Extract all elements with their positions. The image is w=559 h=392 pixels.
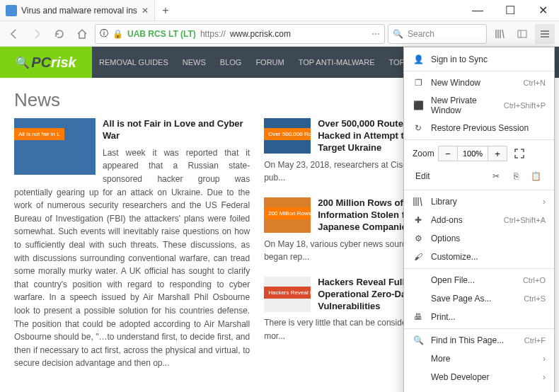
gear-icon: ⚙ (413, 234, 424, 243)
nav-item[interactable]: REMOVAL GUIDES (92, 47, 175, 78)
nav-item[interactable]: BLOG (213, 47, 249, 78)
zoom-in-button[interactable]: + (488, 146, 507, 161)
article-thumbnail[interactable]: Over 500,000 Rout (264, 118, 311, 154)
url-host: www.pcrisk.com (230, 29, 291, 39)
url-more-icon[interactable]: ⋯ (371, 29, 380, 39)
menu-edit: Edit ✂ ⎘ 📋 (404, 165, 554, 188)
forward-button[interactable] (27, 24, 47, 44)
sidebar-button[interactable] (512, 24, 532, 44)
nav-item[interactable]: TOP ANTI-MALWARE (292, 47, 382, 78)
close-window-button[interactable]: ✕ (526, 0, 559, 21)
menu-separator (404, 139, 554, 140)
back-button[interactable] (4, 24, 24, 44)
article-thumbnail[interactable]: All is not fair in L (14, 118, 96, 175)
article: All is not fair in L All is not Fair in … (14, 118, 250, 370)
svg-rect-0 (518, 30, 526, 38)
tab-favicon (6, 5, 17, 16)
cut-button[interactable]: ✂ (486, 168, 506, 184)
url-identity: UAB RCS LT (LT) (127, 29, 196, 39)
logo-magnifier-icon: 🔍 (16, 56, 30, 69)
menu-zoom: Zoom − 100% + (404, 142, 554, 165)
printer-icon: 🖶 (413, 312, 424, 322)
menu-web-developer[interactable]: Web Developer › (404, 368, 554, 386)
search-icon: 🔍 (393, 29, 403, 39)
menu-restore-session[interactable]: ↻ Restore Previous Session (404, 119, 554, 137)
menu-find[interactable]: 🔍 Find in This Page... Ctrl+F (404, 331, 554, 350)
menu-open-file[interactable]: Open File... Ctrl+O (404, 271, 554, 289)
copy-button[interactable]: ⎘ (506, 168, 526, 184)
menu-help[interactable]: ? Help › (404, 386, 554, 392)
page-title: News (14, 89, 439, 111)
nav-item[interactable]: FORUM (248, 47, 291, 78)
article-thumbnail[interactable]: 200 Million Rows of (264, 197, 311, 233)
site-logo[interactable]: 🔍 PCrisk (0, 47, 92, 78)
menu-library[interactable]: Library › (404, 192, 554, 211)
puzzle-icon: ✚ (413, 215, 424, 225)
toolbar: ⓘ 🔒 UAB RCS LT (LT) https://www.pcrisk.c… (0, 21, 559, 47)
menu-new-window[interactable]: ❐ New Window Ctrl+N (404, 74, 554, 92)
menu-customize[interactable]: 🖌 Customize... (404, 248, 554, 266)
mask-icon: ⬛ (413, 100, 424, 110)
minimize-button[interactable]: — (461, 0, 494, 21)
restore-icon: ↻ (413, 123, 424, 133)
zoom-out-button[interactable]: − (438, 146, 458, 161)
hamburger-menu-button[interactable] (535, 24, 555, 44)
menu-addons[interactable]: ✚ Add-ons Ctrl+Shift+A (404, 211, 554, 229)
paste-button[interactable]: 📋 (526, 168, 546, 184)
menu-separator (404, 71, 554, 71)
menu-more[interactable]: More › (404, 350, 554, 368)
menu-separator (404, 268, 554, 269)
user-icon: 👤 (413, 54, 424, 64)
menu-save-page[interactable]: Save Page As... Ctrl+S (404, 289, 554, 308)
article-thumbnail[interactable]: Hackers Reveal Fu (264, 277, 311, 312)
new-tab-button[interactable]: + (155, 0, 176, 21)
chevron-right-icon: › (543, 197, 546, 207)
chevron-right-icon: › (543, 372, 546, 382)
menu-new-private[interactable]: ⬛ New Private Window Ctrl+Shift+P (404, 92, 554, 119)
window-controls: — ☐ ✕ (461, 0, 559, 21)
menu-separator (404, 328, 554, 329)
menu-options[interactable]: ⚙ Options (404, 229, 554, 248)
brush-icon: 🖌 (413, 252, 424, 262)
library-icon (413, 197, 424, 207)
fullscreen-button[interactable] (512, 146, 527, 161)
tab-title: Virus and malware removal ins (21, 6, 137, 16)
tab-close-icon[interactable]: ✕ (142, 6, 149, 16)
info-icon[interactable]: ⓘ (100, 28, 108, 40)
zoom-percent: 100% (458, 146, 488, 161)
app-menu: 👤 Sign in to Sync ❐ New Window Ctrl+N ⬛ … (403, 47, 555, 392)
menu-sign-in[interactable]: 👤 Sign in to Sync (404, 50, 554, 69)
chevron-right-icon: › (543, 354, 546, 364)
lock-icon: 🔒 (113, 29, 123, 39)
article-body: Last week it was reported that it appear… (14, 146, 250, 370)
window-icon: ❐ (413, 78, 424, 88)
menu-print[interactable]: 🖶 Print... (404, 308, 554, 326)
library-button[interactable] (490, 24, 509, 44)
search-icon: 🔍 (413, 335, 424, 345)
search-bar[interactable]: 🔍 Search (388, 24, 487, 44)
reload-button[interactable] (50, 24, 69, 44)
url-prefix: https:// (200, 29, 226, 39)
search-placeholder: Search (408, 29, 434, 39)
nav-item[interactable]: NEWS (175, 47, 213, 78)
maximize-button[interactable]: ☐ (494, 0, 526, 21)
browser-tab[interactable]: Virus and malware removal ins ✕ (0, 0, 155, 21)
titlebar: Virus and malware removal ins ✕ + — ☐ ✕ (0, 0, 559, 21)
home-button[interactable] (72, 24, 92, 44)
menu-separator (404, 190, 554, 190)
url-bar[interactable]: ⓘ 🔒 UAB RCS LT (LT) https://www.pcrisk.c… (95, 24, 385, 44)
